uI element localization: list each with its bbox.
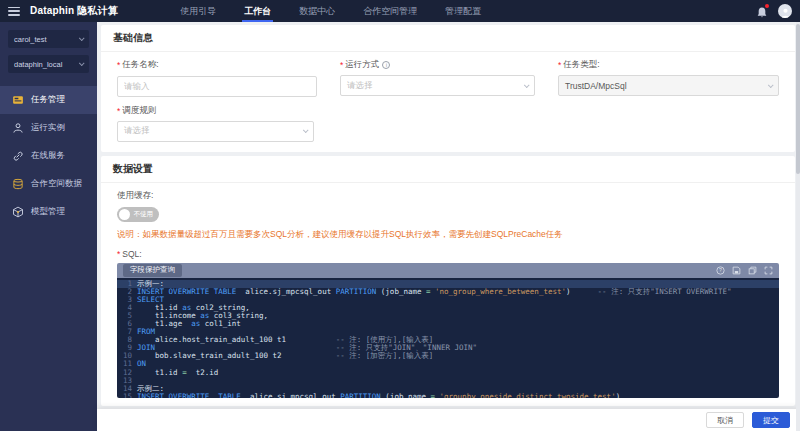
chevron-down-icon	[79, 35, 85, 41]
topnav-item[interactable]: 合作空间管理	[349, 0, 431, 22]
data-settings-card: 数据设置 使用缓存: 不使用 说明：如果数据量级超过百万且需要多次SQL分析，建…	[101, 156, 795, 407]
topbar: Dataphin 隐私计算 使用引导工作台数据中心合作空间管理管理配置	[0, 0, 800, 22]
save-icon[interactable]	[732, 266, 741, 275]
schedule-rule-select[interactable]: 请选择	[117, 121, 314, 142]
sidebar-menu: 任务管理运行实例在线服务合作空间数据模型管理	[0, 86, 97, 226]
sidebar-item-任务管理[interactable]: 任务管理	[0, 86, 97, 114]
chevron-down-icon	[303, 127, 309, 133]
database-icon	[12, 178, 24, 190]
project-select[interactable]: dataphin_local	[8, 55, 89, 73]
field-protect-query-button[interactable]: 字段保护查询	[123, 264, 182, 277]
basic-info-card: 基础信息 * 任务名称: * 运行	[101, 25, 795, 152]
run-mode-select[interactable]: 请选择	[340, 75, 535, 96]
code-line: 13	[117, 377, 779, 385]
topnav-item[interactable]: 数据中心	[285, 0, 349, 22]
fullscreen-icon[interactable]	[764, 266, 773, 275]
user-avatar[interactable]	[778, 4, 792, 18]
topnav-item[interactable]: 工作台	[230, 0, 285, 22]
help-icon[interactable]: ?	[716, 266, 725, 275]
schedule-rule-placeholder: 请选择	[124, 125, 303, 137]
topnav-item[interactable]: 使用引导	[166, 0, 230, 22]
sidebar-item-label: 模型管理	[31, 206, 65, 218]
task-icon	[12, 94, 24, 106]
code-line: 2INSERT OVERWRITE TABLE alice.sj_mpcsql_…	[117, 288, 779, 296]
line-number: 15	[117, 393, 137, 398]
chevron-down-icon	[79, 60, 85, 66]
topbar-right	[756, 4, 792, 18]
schedule-rule-label: * 调度规则	[117, 105, 314, 117]
cache-label: 使用缓存:	[117, 190, 779, 202]
project-select-value: dataphin_local	[14, 60, 79, 69]
svg-text:?: ?	[719, 267, 722, 273]
chevron-down-icon	[768, 82, 774, 88]
task-name-label: * 任务名称:	[117, 59, 317, 71]
topnav-item[interactable]: 管理配置	[431, 0, 495, 22]
required-asterisk: *	[340, 60, 343, 70]
main-content: 基础信息 * 任务名称: * 运行	[97, 22, 800, 431]
instance-icon	[12, 122, 24, 134]
menu-toggle-icon[interactable]	[8, 7, 20, 16]
toggle-knob	[119, 209, 130, 220]
task-type-field: * 任务类型: TrustDA/MpcSql	[558, 59, 779, 97]
code-line: 10 bob.slave_train_adult_100 t2 -- 注: [加…	[117, 352, 779, 360]
sidebar-item-模型管理[interactable]: 模型管理	[0, 198, 97, 226]
schedule-rule-field: * 调度规则 请选择	[117, 105, 314, 142]
cache-toggle[interactable]: 不使用	[117, 207, 159, 222]
brand-title: Dataphin 隐私计算	[30, 4, 118, 18]
cancel-button[interactable]: 取消	[706, 412, 744, 428]
app-window: Dataphin 隐私计算 使用引导工作台数据中心合作空间管理管理配置 caro…	[0, 0, 800, 431]
model-icon	[12, 206, 24, 218]
chevron-down-icon	[524, 82, 530, 88]
workspace-select[interactable]: carol_test	[8, 30, 89, 48]
sidebar-item-合作空间数据[interactable]: 合作空间数据	[0, 170, 97, 198]
toggle-text: 不使用	[134, 210, 154, 219]
data-settings-title: 数据设置	[101, 156, 795, 183]
required-asterisk: *	[117, 249, 120, 259]
task-type-label: * 任务类型:	[558, 59, 779, 71]
notification-badge	[765, 4, 769, 8]
required-asterisk: *	[117, 106, 120, 116]
code-area[interactable]: 1示例一:2INSERT OVERWRITE TABLE alice.sj_mp…	[117, 278, 779, 399]
code-line: 15INSERT OVERWRITE TABLE alice.sj_mpcsql…	[117, 393, 779, 398]
required-asterisk: *	[558, 60, 561, 70]
required-asterisk: *	[117, 60, 120, 70]
task-type-value: TrustDA/MpcSql	[565, 81, 768, 91]
code-line: 12 t1.id = t2.id	[117, 369, 779, 377]
sidebar-item-label: 合作空间数据	[31, 178, 82, 190]
workspace-select-value: carol_test	[14, 35, 79, 44]
run-mode-field: * 运行方式 i 请选择	[340, 59, 535, 97]
sidebar-item-label: 任务管理	[31, 94, 65, 106]
top-nav: 使用引导工作台数据中心合作空间管理管理配置	[166, 0, 495, 22]
task-name-input[interactable]	[117, 76, 317, 97]
copy-icon[interactable]	[748, 266, 757, 275]
run-mode-label: * 运行方式 i	[340, 59, 535, 71]
editor-tools: ?	[716, 266, 773, 275]
sidebar-item-label: 在线服务	[31, 150, 65, 162]
sql-editor: 字段保护查询 ?	[117, 263, 779, 399]
sidebar-item-在线服务[interactable]: 在线服务	[0, 142, 97, 170]
submit-button[interactable]: 提交	[752, 412, 790, 428]
vertical-scrollbar[interactable]	[796, 22, 800, 431]
task-name-field: * 任务名称:	[117, 59, 317, 97]
task-type-select[interactable]: TrustDA/MpcSql	[558, 75, 779, 96]
notification-bell-icon[interactable]	[756, 5, 768, 18]
info-icon[interactable]: i	[382, 61, 390, 69]
cache-note: 说明：如果数据量级超过百万且需要多次SQL分析，建议使用缓存以提升SQL执行效率…	[117, 229, 779, 241]
sidebar-item-label: 运行实例	[31, 122, 65, 134]
sql-label: * SQL:	[117, 249, 779, 259]
sidebar-item-运行实例[interactable]: 运行实例	[0, 114, 97, 142]
sidebar: carol_test dataphin_local 任务管理运行实例在线服务合作…	[0, 22, 97, 431]
code-line: 6 t1.age as col1_int	[117, 320, 779, 328]
footer-bar: 取消 提交	[97, 409, 800, 431]
editor-toolbar: 字段保护查询 ?	[117, 263, 779, 278]
scrollbar-thumb[interactable]	[796, 24, 800, 174]
run-mode-placeholder: 请选择	[347, 80, 524, 92]
basic-info-title: 基础信息	[101, 25, 795, 52]
link-icon	[12, 150, 24, 162]
